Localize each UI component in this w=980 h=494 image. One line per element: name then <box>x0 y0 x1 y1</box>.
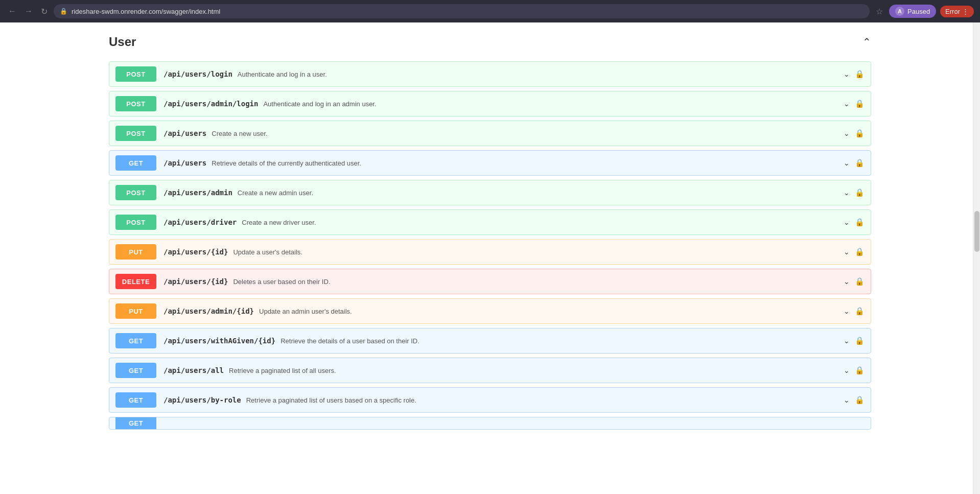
list-item[interactable]: POST/api/users/admin/loginAuthenticate a… <box>109 91 871 116</box>
error-button[interactable]: Error ⋮ <box>940 6 974 17</box>
lock-icon: 🔒 <box>855 99 865 108</box>
address-bar[interactable]: 🔒 rideshare-swdm.onrender.com/swagger/in… <box>54 4 870 18</box>
collapse-section-button[interactable]: ⌃ <box>862 36 871 48</box>
list-item[interactable]: PUT/api/users/{id}Update a user's detail… <box>109 239 871 265</box>
lock-icon: 🔒 <box>855 188 865 197</box>
endpoint-description: Create a new user. <box>212 130 844 137</box>
method-badge: GET <box>115 417 156 430</box>
endpoint-row-right: ⌄🔒 <box>844 336 865 345</box>
endpoint-description: Authenticate and log in an admin user. <box>263 100 844 108</box>
reload-button[interactable]: ↻ <box>39 5 50 18</box>
endpoint-description: Update an admin user's details. <box>259 308 844 315</box>
endpoint-row-right: ⌄🔒 <box>844 307 865 316</box>
chevron-down-icon: ⌄ <box>844 129 850 137</box>
method-badge: GET <box>115 333 156 348</box>
endpoint-row-right: ⌄🔒 <box>844 247 865 256</box>
endpoint-path: /api/users/{id} <box>164 277 228 286</box>
back-button[interactable]: ← <box>6 5 18 18</box>
error-menu-icon: ⋮ <box>962 8 969 15</box>
endpoint-row-right: ⌄🔒 <box>844 188 865 197</box>
lock-icon: 🔒 <box>855 395 865 405</box>
lock-icon: 🔒 <box>855 69 865 79</box>
chevron-down-icon: ⌄ <box>844 218 850 226</box>
method-badge: PUT <box>115 244 156 260</box>
endpoint-row-right: ⌄🔒 <box>844 129 865 138</box>
scrollbar-thumb[interactable] <box>974 211 979 252</box>
endpoint-description: Update a user's details. <box>233 248 844 256</box>
list-item[interactable]: PUT/api/users/admin/{id}Update an admin … <box>109 298 871 324</box>
list-item[interactable]: POST/api/users/driverCreate a new driver… <box>109 209 871 235</box>
chevron-down-icon: ⌄ <box>844 396 850 404</box>
section-header: User ⌃ <box>109 31 871 53</box>
chevron-down-icon: ⌄ <box>844 277 850 286</box>
list-item[interactable]: GET/api/users/by-roleRetrieve a paginate… <box>109 387 871 413</box>
method-badge: POST <box>115 185 156 200</box>
endpoint-description: Create a new admin user. <box>238 189 844 197</box>
list-item[interactable]: GET/api/users/allRetrieve a paginated li… <box>109 358 871 383</box>
endpoint-row-right: ⌄🔒 <box>844 69 865 79</box>
list-item[interactable]: GET/api/usersRetrieve details of the cur… <box>109 150 871 176</box>
browser-chrome: ← → ↻ 🔒 rideshare-swdm.onrender.com/swag… <box>0 0 980 22</box>
chevron-down-icon: ⌄ <box>844 337 850 345</box>
endpoint-row-right: ⌄🔒 <box>844 395 865 405</box>
lock-icon: 🔒 <box>855 129 865 138</box>
method-badge: POST <box>115 215 156 230</box>
endpoint-path: /api/users/withAGiven/{id} <box>164 337 275 345</box>
section-title: User <box>109 35 136 49</box>
endpoint-list: POST/api/users/loginAuthenticate and log… <box>109 61 871 430</box>
paused-button[interactable]: A Paused <box>889 5 936 18</box>
lock-icon: 🔒 <box>855 218 865 227</box>
error-label: Error <box>945 8 960 15</box>
lock-icon: 🔒 <box>855 366 865 375</box>
endpoint-description: Retrieve a paginated list of all users. <box>229 367 844 374</box>
endpoint-path: /api/users <box>164 159 206 167</box>
method-badge: GET <box>115 392 156 408</box>
method-badge: GET <box>115 155 156 171</box>
page-content: User ⌃ POST/api/users/loginAuthenticate … <box>97 22 883 438</box>
lock-icon: 🔒 <box>855 307 865 316</box>
method-badge: POST <box>115 126 156 141</box>
endpoint-row-right: ⌄🔒 <box>844 99 865 108</box>
endpoint-path: /api/users/login <box>164 70 232 78</box>
lock-icon: 🔒 <box>60 8 67 15</box>
list-item[interactable]: DELETE/api/users/{id}Deletes a user base… <box>109 269 871 294</box>
list-item[interactable]: POST/api/users/loginAuthenticate and log… <box>109 61 871 87</box>
endpoint-path: /api/users/admin/{id} <box>164 307 254 315</box>
lock-icon: 🔒 <box>855 247 865 256</box>
method-badge: DELETE <box>115 274 156 289</box>
endpoint-row-right: ⌄🔒 <box>844 218 865 227</box>
chevron-down-icon: ⌄ <box>844 307 850 315</box>
endpoint-description: Retrieve a paginated list of users based… <box>246 396 844 404</box>
lock-icon: 🔒 <box>855 277 865 286</box>
browser-right-controls: A Paused Error ⋮ <box>889 5 974 18</box>
bookmark-button[interactable]: ☆ <box>874 5 885 18</box>
chevron-down-icon: ⌄ <box>844 248 850 256</box>
endpoint-path: /api/users/admin/login <box>164 100 258 108</box>
list-item[interactable]: POST/api/usersCreate a new user.⌄🔒 <box>109 121 871 146</box>
chevron-down-icon: ⌄ <box>844 100 850 108</box>
chevron-down-icon: ⌄ <box>844 159 850 167</box>
list-item[interactable]: GET/api/users/withAGiven/{id}Retrieve th… <box>109 328 871 354</box>
list-item[interactable]: POST/api/users/adminCreate a new admin u… <box>109 180 871 205</box>
paused-label: Paused <box>907 8 930 15</box>
endpoint-path: /api/users <box>164 129 206 137</box>
endpoint-path: /api/users/admin <box>164 189 232 197</box>
scrollbar[interactable] <box>973 22 980 438</box>
method-badge: GET <box>115 363 156 378</box>
endpoint-path: /api/users/driver <box>164 218 237 226</box>
chevron-down-icon: ⌄ <box>844 366 850 374</box>
endpoint-description: Authenticate and log in a user. <box>238 70 844 78</box>
endpoint-row-right: ⌄🔒 <box>844 158 865 168</box>
method-badge: POST <box>115 96 156 111</box>
endpoint-description: Deletes a user based on their ID. <box>233 278 844 286</box>
endpoint-description: Retrieve the details of a user based on … <box>281 337 844 345</box>
endpoint-description: Retrieve details of the currently authen… <box>212 159 844 167</box>
endpoint-row-right: ⌄🔒 <box>844 366 865 375</box>
chevron-down-icon: ⌄ <box>844 70 850 78</box>
chevron-down-icon: ⌄ <box>844 189 850 197</box>
endpoint-description: Create a new driver user. <box>242 219 844 226</box>
endpoint-path: /api/users/by-role <box>164 396 241 404</box>
endpoint-row[interactable]: GET <box>109 417 871 430</box>
method-badge: POST <box>115 66 156 82</box>
forward-button[interactable]: → <box>22 5 35 18</box>
